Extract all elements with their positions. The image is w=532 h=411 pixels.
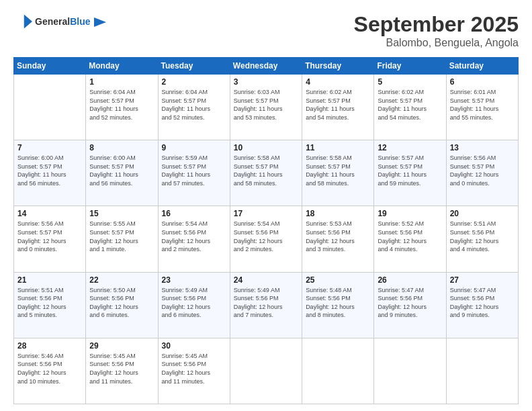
day-info: Sunrise: 6:02 AM Sunset: 5:57 PM Dayligh… (378, 88, 442, 122)
logo-arrow-icon (94, 17, 106, 27)
calendar-cell: 12Sunrise: 5:57 AM Sunset: 5:57 PM Dayli… (374, 140, 446, 206)
calendar-cell: 4Sunrise: 6:02 AM Sunset: 5:57 PM Daylig… (302, 75, 374, 140)
calendar-cell: 27Sunrise: 5:47 AM Sunset: 5:56 PM Dayli… (446, 272, 518, 338)
svg-rect-2 (13, 12, 24, 31)
calendar-cell: 14Sunrise: 5:56 AM Sunset: 5:57 PM Dayli… (14, 206, 86, 272)
calendar-cell: 29Sunrise: 5:45 AM Sunset: 5:56 PM Dayli… (86, 338, 158, 404)
day-info: Sunrise: 6:00 AM Sunset: 5:57 PM Dayligh… (89, 154, 154, 187)
day-number: 19 (378, 209, 442, 218)
day-number: 18 (306, 209, 370, 218)
calendar-week-5: 28Sunrise: 5:46 AM Sunset: 5:56 PM Dayli… (14, 338, 519, 404)
day-info: Sunrise: 5:55 AM Sunset: 5:57 PM Dayligh… (89, 220, 154, 253)
day-info: Sunrise: 6:00 AM Sunset: 5:57 PM Dayligh… (17, 154, 82, 187)
day-number: 30 (162, 341, 226, 351)
logo-text: GeneralBlue (35, 16, 106, 28)
day-info: Sunrise: 5:58 AM Sunset: 5:57 PM Dayligh… (234, 154, 298, 187)
calendar-cell: 28Sunrise: 5:46 AM Sunset: 5:56 PM Dayli… (14, 338, 86, 404)
logo: GeneralBlue (13, 12, 106, 31)
day-info: Sunrise: 6:02 AM Sunset: 5:57 PM Dayligh… (306, 88, 370, 122)
calendar-week-4: 21Sunrise: 5:51 AM Sunset: 5:56 PM Dayli… (14, 272, 519, 338)
day-number: 11 (306, 143, 370, 152)
calendar-cell: 25Sunrise: 5:48 AM Sunset: 5:56 PM Dayli… (302, 272, 374, 338)
day-number: 25 (306, 275, 370, 285)
day-number: 13 (450, 143, 515, 152)
header-friday: Friday (374, 58, 446, 75)
day-info: Sunrise: 5:51 AM Sunset: 5:56 PM Dayligh… (450, 220, 515, 253)
calendar-week-1: 1Sunrise: 6:04 AM Sunset: 5:57 PM Daylig… (14, 75, 519, 140)
day-number: 28 (17, 341, 82, 351)
day-info: Sunrise: 5:53 AM Sunset: 5:56 PM Dayligh… (306, 220, 370, 253)
day-number: 8 (89, 143, 154, 152)
day-info: Sunrise: 5:49 AM Sunset: 5:56 PM Dayligh… (234, 286, 298, 320)
day-number: 7 (17, 143, 82, 152)
calendar-cell: 20Sunrise: 5:51 AM Sunset: 5:56 PM Dayli… (446, 206, 518, 272)
logo-general: General (35, 16, 70, 27)
calendar-cell: 19Sunrise: 5:52 AM Sunset: 5:56 PM Dayli… (374, 206, 446, 272)
day-info: Sunrise: 6:04 AM Sunset: 5:57 PM Dayligh… (89, 88, 154, 122)
day-info: Sunrise: 6:03 AM Sunset: 5:57 PM Dayligh… (234, 88, 298, 122)
day-info: Sunrise: 5:47 AM Sunset: 5:56 PM Dayligh… (450, 286, 515, 320)
calendar-cell (446, 338, 518, 404)
day-info: Sunrise: 6:01 AM Sunset: 5:57 PM Dayligh… (450, 88, 515, 122)
svg-marker-3 (94, 17, 106, 27)
logo-icon (13, 12, 32, 31)
day-info: Sunrise: 5:45 AM Sunset: 5:56 PM Dayligh… (162, 352, 226, 385)
calendar-cell: 6Sunrise: 6:01 AM Sunset: 5:57 PM Daylig… (446, 75, 518, 140)
calendar-cell: 13Sunrise: 5:56 AM Sunset: 5:57 PM Dayli… (446, 140, 518, 206)
calendar-cell: 8Sunrise: 6:00 AM Sunset: 5:57 PM Daylig… (86, 140, 158, 206)
day-info: Sunrise: 5:54 AM Sunset: 5:56 PM Dayligh… (162, 220, 226, 253)
day-info: Sunrise: 5:56 AM Sunset: 5:57 PM Dayligh… (450, 154, 515, 187)
calendar-cell (302, 338, 374, 404)
day-info: Sunrise: 6:04 AM Sunset: 5:57 PM Dayligh… (162, 88, 226, 122)
title-block: September 2025 Balombo, Benguela, Angola (354, 12, 519, 49)
calendar-subtitle: Balombo, Benguela, Angola (354, 37, 519, 49)
calendar-cell: 17Sunrise: 5:54 AM Sunset: 5:56 PM Dayli… (230, 206, 302, 272)
calendar-table: Sunday Monday Tuesday Wednesday Thursday… (13, 57, 519, 404)
calendar-cell (14, 75, 86, 140)
calendar-cell: 5Sunrise: 6:02 AM Sunset: 5:57 PM Daylig… (374, 75, 446, 140)
calendar-cell: 7Sunrise: 6:00 AM Sunset: 5:57 PM Daylig… (14, 140, 86, 206)
day-number: 22 (89, 275, 154, 285)
day-info: Sunrise: 5:56 AM Sunset: 5:57 PM Dayligh… (17, 220, 82, 253)
day-number: 26 (378, 275, 442, 285)
calendar-cell: 15Sunrise: 5:55 AM Sunset: 5:57 PM Dayli… (86, 206, 158, 272)
day-number: 3 (234, 77, 298, 87)
day-number: 12 (378, 143, 442, 152)
calendar-cell: 3Sunrise: 6:03 AM Sunset: 5:57 PM Daylig… (230, 75, 302, 140)
day-info: Sunrise: 5:54 AM Sunset: 5:56 PM Dayligh… (234, 220, 298, 253)
calendar-cell (230, 338, 302, 404)
day-info: Sunrise: 5:47 AM Sunset: 5:56 PM Dayligh… (378, 286, 442, 320)
day-number: 5 (378, 77, 442, 87)
day-info: Sunrise: 5:48 AM Sunset: 5:56 PM Dayligh… (306, 286, 370, 320)
calendar-cell: 23Sunrise: 5:49 AM Sunset: 5:56 PM Dayli… (158, 272, 230, 338)
day-number: 10 (234, 143, 298, 152)
day-number: 21 (17, 275, 82, 285)
day-info: Sunrise: 5:49 AM Sunset: 5:56 PM Dayligh… (162, 286, 226, 320)
calendar-cell: 16Sunrise: 5:54 AM Sunset: 5:56 PM Dayli… (158, 206, 230, 272)
calendar-cell: 11Sunrise: 5:58 AM Sunset: 5:57 PM Dayli… (302, 140, 374, 206)
calendar-cell: 9Sunrise: 5:59 AM Sunset: 5:57 PM Daylig… (158, 140, 230, 206)
calendar-cell: 24Sunrise: 5:49 AM Sunset: 5:56 PM Dayli… (230, 272, 302, 338)
header-sunday: Sunday (14, 58, 86, 75)
day-info: Sunrise: 5:59 AM Sunset: 5:57 PM Dayligh… (162, 154, 226, 187)
day-number: 17 (234, 209, 298, 218)
day-info: Sunrise: 5:51 AM Sunset: 5:56 PM Dayligh… (17, 286, 82, 320)
day-number: 1 (89, 77, 154, 87)
calendar-cell (374, 338, 446, 404)
calendar-title: September 2025 (354, 12, 519, 37)
day-number: 24 (234, 275, 298, 285)
day-number: 29 (89, 341, 154, 351)
calendar-cell: 18Sunrise: 5:53 AM Sunset: 5:56 PM Dayli… (302, 206, 374, 272)
calendar-week-3: 14Sunrise: 5:56 AM Sunset: 5:57 PM Dayli… (14, 206, 519, 272)
day-number: 4 (306, 77, 370, 87)
calendar-header-row: Sunday Monday Tuesday Wednesday Thursday… (14, 58, 519, 75)
header-saturday: Saturday (446, 58, 518, 75)
header-wednesday: Wednesday (230, 58, 302, 75)
day-info: Sunrise: 5:45 AM Sunset: 5:56 PM Dayligh… (89, 352, 154, 385)
header-thursday: Thursday (302, 58, 374, 75)
day-number: 27 (450, 275, 515, 285)
day-info: Sunrise: 5:52 AM Sunset: 5:56 PM Dayligh… (378, 220, 442, 253)
day-info: Sunrise: 5:58 AM Sunset: 5:57 PM Dayligh… (306, 154, 370, 187)
logo-blue: Blue (70, 16, 90, 27)
day-number: 9 (162, 143, 226, 152)
